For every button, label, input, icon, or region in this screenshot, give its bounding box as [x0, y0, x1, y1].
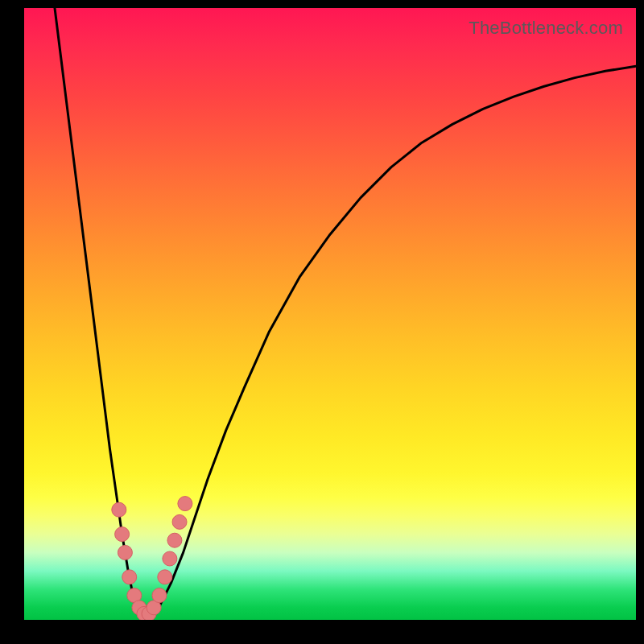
data-marker: [112, 502, 126, 517]
plot-area: TheBottleneck.com: [24, 8, 636, 620]
data-marker: [115, 527, 130, 542]
bottleneck-curve-svg: [24, 8, 636, 620]
watermark-text: TheBottleneck.com: [469, 18, 623, 39]
bottleneck-curve: [55, 8, 636, 620]
data-marker: [178, 497, 192, 511]
data-marker: [172, 514, 187, 529]
chart-frame: TheBottleneck.com: [0, 0, 644, 644]
data-marker: [163, 551, 177, 566]
data-marker: [122, 570, 137, 584]
data-marker: [158, 570, 172, 584]
data-marker: [167, 533, 182, 547]
data-marker: [118, 545, 132, 559]
data-marker: [152, 588, 167, 603]
